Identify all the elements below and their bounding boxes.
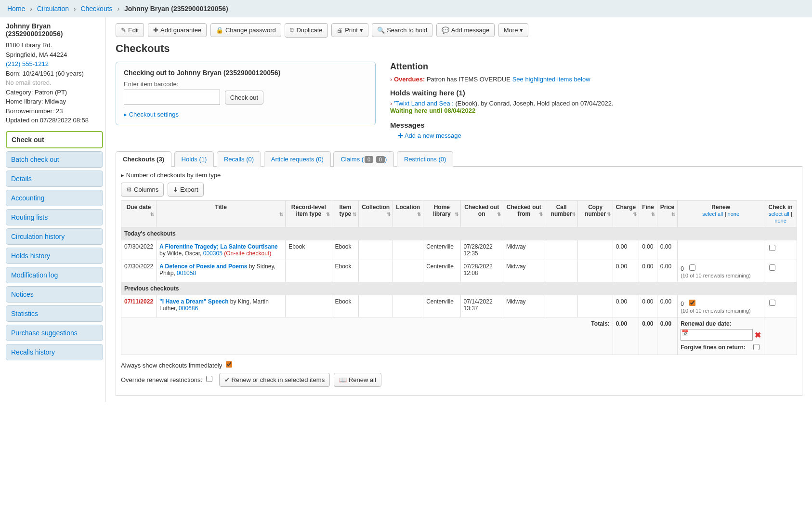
- checkin-checkbox[interactable]: [769, 300, 775, 306]
- renew-checkbox[interactable]: [689, 300, 695, 306]
- messages-heading: Messages: [390, 121, 802, 129]
- holds-waiting-heading: Holds waiting here (1): [390, 89, 802, 97]
- tab-holds[interactable]: Holds (1): [174, 151, 214, 167]
- cell-collection: [359, 295, 393, 317]
- main-content: ✎Edit ✚Add guarantee 🔒Change password ⧉D…: [106, 17, 812, 402]
- nav-circhist[interactable]: Circulation history: [6, 228, 103, 245]
- add-new-message-link[interactable]: Add a new message: [398, 132, 802, 139]
- breadcrumb: Home › Circulation › Checkouts › Johnny …: [0, 0, 812, 17]
- col-charge[interactable]: Charge: [613, 201, 639, 227]
- forgive-fines-checkbox[interactable]: [753, 344, 760, 350]
- columns-button[interactable]: ⚙Columns: [121, 183, 164, 197]
- cell-due-date: 07/30/2022: [121, 240, 157, 260]
- totals-label: Totals:: [121, 317, 613, 355]
- col-price[interactable]: Price: [657, 201, 677, 227]
- col-collection[interactable]: Collection: [359, 201, 393, 227]
- nav-routing[interactable]: Routing lists: [6, 209, 103, 225]
- barcode-link[interactable]: 000686: [179, 305, 198, 312]
- search-to-hold-button[interactable]: 🔍Search to hold: [372, 23, 432, 37]
- checkin-checkbox[interactable]: [769, 245, 775, 251]
- see-highlighted-link[interactable]: See highlighted items below: [512, 76, 590, 83]
- checkin-checkbox[interactable]: [769, 264, 775, 271]
- tab-restrictions[interactable]: Restrictions (0): [397, 151, 453, 167]
- hold-title-link[interactable]: 'Twixt Land and Sea :: [394, 100, 454, 107]
- nav-stats[interactable]: Statistics: [6, 305, 103, 322]
- more-button[interactable]: More ▾: [498, 23, 528, 37]
- export-button[interactable]: ⬇Export: [168, 183, 204, 197]
- attention-panel: Attention Overdues: Patron has ITEMS OVE…: [390, 62, 802, 139]
- duplicate-button[interactable]: ⧉Duplicate: [285, 23, 327, 38]
- col-copy-number[interactable]: Copy number: [578, 201, 613, 227]
- add-guarantee-button[interactable]: ✚Add guarantee: [148, 23, 207, 37]
- col-title[interactable]: Title: [157, 201, 286, 227]
- totals-checkin: [764, 317, 797, 355]
- nav-accounting[interactable]: Accounting: [6, 190, 103, 206]
- renewal-date-input[interactable]: 📅: [681, 329, 753, 341]
- patron-category: Category: Patron (PT): [6, 88, 103, 97]
- col-checked-out-on[interactable]: Checked out on: [460, 201, 503, 227]
- expand-by-item-type[interactable]: Number of checkouts by item type: [121, 171, 797, 179]
- renew-none[interactable]: none: [728, 211, 739, 217]
- patron-phone[interactable]: (212) 555-1212: [6, 59, 103, 69]
- add-message-button[interactable]: 💬Add message: [436, 23, 495, 37]
- col-homelib[interactable]: Home library: [423, 201, 460, 227]
- nav-holdshist[interactable]: Holds history: [6, 248, 103, 264]
- title-link[interactable]: A Defence of Poesie and Poems: [159, 263, 247, 270]
- caret-down-icon: ▾: [360, 26, 363, 34]
- patron-address2: Springfield, MA 44224: [6, 50, 103, 60]
- cell-checked-out-on: 07/14/2022 13:37: [460, 295, 503, 317]
- barcode-input[interactable]: [124, 90, 220, 105]
- checkout-button[interactable]: Check out: [225, 91, 264, 105]
- title-link[interactable]: A Florentine Tragedy; La Sainte Courtisa…: [159, 243, 278, 250]
- tab-article-requests[interactable]: Article requests (0): [264, 151, 331, 167]
- col-fine[interactable]: Fine: [639, 201, 657, 227]
- renew-all-button[interactable]: 📖Renew all: [334, 373, 381, 387]
- nav-modlog[interactable]: Modification log: [6, 267, 103, 283]
- nav-purchase[interactable]: Purchase suggestions: [6, 325, 103, 341]
- breadcrumb-circulation[interactable]: Circulation: [37, 5, 69, 13]
- barcode-link[interactable]: 000305: [203, 250, 223, 257]
- col-call-number[interactable]: Call number: [545, 201, 578, 227]
- print-button[interactable]: 🖨Print ▾: [331, 23, 368, 37]
- tab-checkouts[interactable]: Checkouts (3): [116, 151, 171, 167]
- totals-price: 0.00: [657, 317, 677, 355]
- tab-recalls[interactable]: Recalls (0): [217, 151, 261, 167]
- search-icon: 🔍: [377, 26, 385, 34]
- title-link[interactable]: "I Have a Dream" Speech: [159, 298, 228, 305]
- col-checked-out-from[interactable]: Checked out from: [503, 201, 545, 227]
- col-rlit[interactable]: Record-level item type: [286, 201, 332, 227]
- col-checkin: Check in select all | none: [764, 201, 797, 227]
- checkout-settings-toggle[interactable]: Checkout settings: [124, 111, 367, 118]
- checkin-none[interactable]: none: [774, 218, 786, 224]
- cell-checked-out-from: Midway: [503, 295, 545, 317]
- col-due-date[interactable]: Due date: [121, 201, 157, 227]
- col-location[interactable]: Location: [393, 201, 423, 227]
- breadcrumb-home[interactable]: Home: [7, 5, 25, 13]
- breadcrumb-checkouts[interactable]: Checkouts: [80, 5, 112, 13]
- nav-notices[interactable]: Notices: [6, 286, 103, 303]
- checkin-select-all[interactable]: select all: [769, 211, 789, 217]
- clear-date-icon[interactable]: ✖: [755, 330, 761, 340]
- nav-details[interactable]: Details: [6, 171, 103, 187]
- table-row: 07/11/2022"I Have a Dream" Speech by Kin…: [121, 295, 797, 317]
- cell-location: [393, 240, 423, 260]
- barcode-link[interactable]: 001058: [177, 270, 196, 277]
- nav-recalls[interactable]: Recalls history: [6, 344, 103, 360]
- nav-checkout[interactable]: Check out: [6, 131, 103, 148]
- patron-homelib: Home library: Midway: [6, 97, 103, 106]
- col-itype[interactable]: Item type: [332, 201, 359, 227]
- cell-rlit: Ebook: [286, 240, 332, 260]
- edit-button[interactable]: ✎Edit: [116, 23, 144, 37]
- override-checkbox[interactable]: [206, 376, 212, 382]
- tab-claims[interactable]: Claims (0 0): [333, 151, 394, 167]
- cell-due-date: 07/30/2022: [121, 260, 157, 282]
- nav-batch[interactable]: Batch check out: [6, 151, 103, 168]
- renew-checkbox[interactable]: [689, 264, 695, 271]
- cell-itype: Ebook: [332, 295, 359, 317]
- waiting-until: Waiting here until 08/04/2022: [390, 107, 475, 114]
- renew-select-all[interactable]: select all: [702, 211, 723, 217]
- change-password-button[interactable]: 🔒Change password: [210, 23, 281, 37]
- cell-checked-out-on: 07/28/2022 12:08: [460, 260, 503, 282]
- renew-selected-button[interactable]: ✔Renew or check in selected items: [219, 373, 330, 387]
- always-show-checkbox[interactable]: [226, 361, 232, 368]
